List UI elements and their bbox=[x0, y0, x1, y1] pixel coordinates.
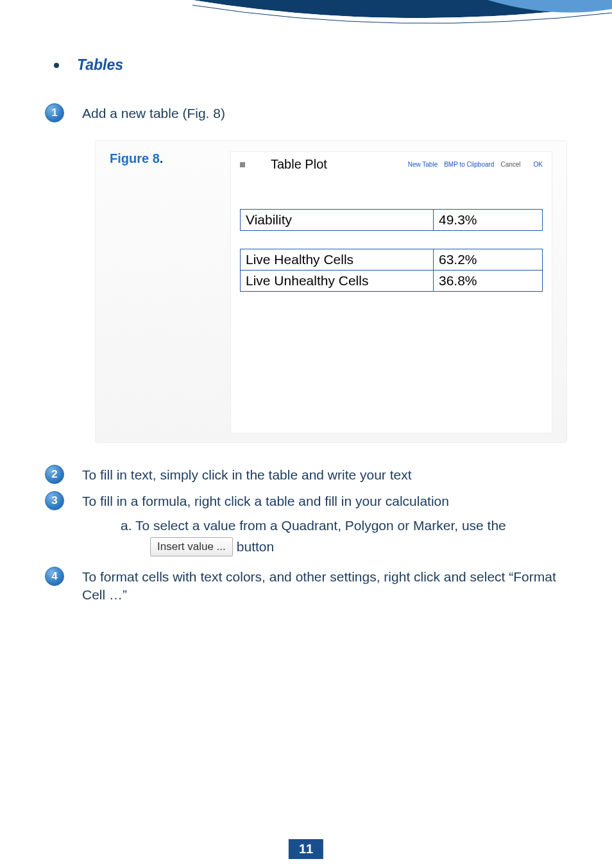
section-title: Tables bbox=[77, 56, 123, 74]
cancel-button[interactable]: Cancel bbox=[500, 161, 520, 168]
cell-label[interactable]: Live Healthy Cells bbox=[241, 249, 434, 271]
live-cells-table: Live Healthy Cells 63.2% Live Unhealthy … bbox=[240, 249, 543, 292]
step-3: 3 To fill in a formula, right click a ta… bbox=[45, 492, 567, 510]
ok-button[interactable]: OK bbox=[534, 161, 543, 168]
step-3a: a. To select a value from a Quadrant, Po… bbox=[121, 518, 567, 533]
step-number-badge: 4 bbox=[45, 567, 64, 586]
tableplot-window: Table Plot New Table BMP to Clipboard Ca… bbox=[230, 151, 552, 433]
step-2: 2 To fill in text, simply click in the t… bbox=[45, 466, 567, 484]
tableplot-toolbar: Table Plot New Table BMP to Clipboard Ca… bbox=[240, 157, 543, 172]
header-swoosh bbox=[0, 0, 612, 37]
table-row: Viability 49.3% bbox=[241, 210, 543, 231]
step-number-badge: 2 bbox=[45, 465, 64, 484]
step-text: To fill in text, simply click in the tab… bbox=[82, 466, 412, 484]
figure-8: Figure 8. Table Plot New Table BMP to Cl… bbox=[95, 140, 567, 443]
step-3a-button-row: Insert value ... button bbox=[150, 537, 567, 556]
bullet-icon bbox=[54, 63, 59, 68]
inline-text: button bbox=[237, 539, 274, 555]
tableplot-title: Table Plot bbox=[271, 157, 327, 172]
page-number: 11 bbox=[289, 839, 323, 859]
cell-value[interactable]: 49.3% bbox=[434, 210, 543, 231]
grip-icon bbox=[240, 162, 245, 167]
step-text: To fill in a formula, right click a tabl… bbox=[82, 492, 449, 510]
cell-value[interactable]: 63.2% bbox=[434, 249, 543, 271]
table-row: Live Healthy Cells 63.2% bbox=[241, 249, 543, 271]
step-1: 1 Add a new table (Fig. 8) bbox=[45, 104, 567, 122]
step-text: To format cells with text colors, and ot… bbox=[82, 568, 567, 605]
cell-label[interactable]: Live Unhealthy Cells bbox=[241, 271, 434, 292]
figure-label: Figure 8. bbox=[110, 151, 225, 433]
figure-label-text: Figure 8 bbox=[110, 151, 160, 165]
cell-label[interactable]: Viability bbox=[241, 210, 434, 231]
new-table-button[interactable]: New Table bbox=[408, 161, 438, 168]
step-text: Add a new table (Fig. 8) bbox=[82, 104, 225, 122]
step-4: 4 To format cells with text colors, and … bbox=[45, 568, 567, 605]
viability-table: Viability 49.3% bbox=[240, 209, 543, 231]
step-number-badge: 3 bbox=[45, 491, 64, 510]
cell-value[interactable]: 36.8% bbox=[434, 271, 543, 292]
step-number-badge: 1 bbox=[45, 103, 64, 122]
insert-value-button[interactable]: Insert value ... bbox=[150, 537, 233, 556]
bmp-clipboard-button[interactable]: BMP to Clipboard bbox=[444, 161, 494, 168]
section-header: Tables bbox=[45, 56, 567, 74]
table-row: Live Unhealthy Cells 36.8% bbox=[241, 271, 543, 292]
